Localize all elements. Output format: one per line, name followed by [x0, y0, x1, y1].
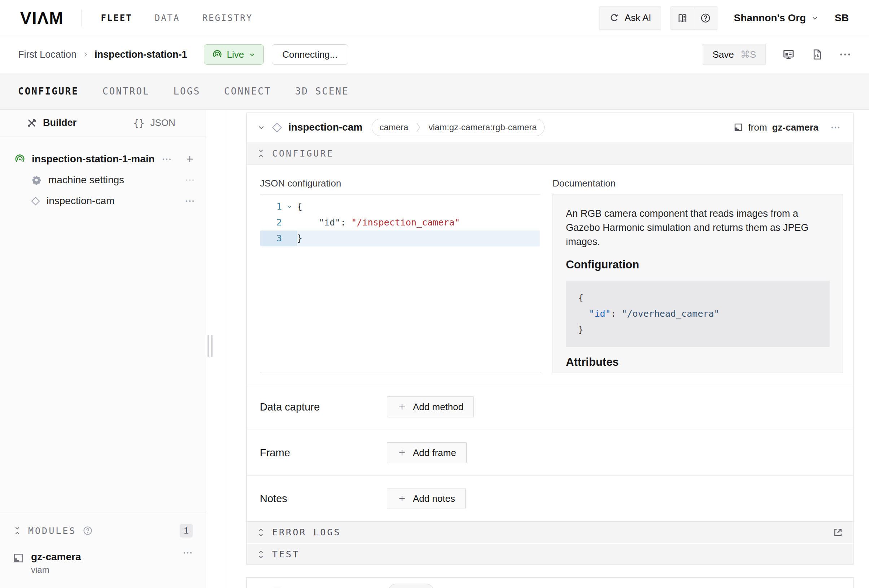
plus-icon: [397, 402, 407, 412]
module-name: gz-camera: [31, 551, 81, 563]
code-text: {: [297, 199, 303, 215]
viam-logo[interactable]: VIΛM: [20, 8, 64, 28]
module-menu-icon[interactable]: [182, 551, 193, 554]
help-circle-icon[interactable]: [694, 7, 717, 29]
registry-label: Registry: [463, 587, 497, 588]
add-component-icon[interactable]: [185, 154, 195, 164]
help-circle-icon[interactable]: [83, 526, 93, 536]
modules-title: MODULES: [28, 526, 76, 536]
breadcrumb-location[interactable]: First Location: [18, 49, 77, 60]
tab-configure[interactable]: CONFIGURE: [18, 86, 79, 97]
nav-item-fleet[interactable]: FLEET: [101, 13, 132, 23]
line-number: 1: [260, 199, 282, 215]
component-tree: inspection-station-1-main: [0, 136, 206, 212]
tab-3d-scene[interactable]: 3D SCENE: [295, 86, 349, 97]
report-doc-icon[interactable]: [811, 49, 823, 60]
part-menu-icon[interactable]: [162, 158, 172, 161]
component-model: viam:gz-camera:rgb-camera: [421, 119, 544, 136]
tab-logs[interactable]: LOGS: [173, 86, 200, 97]
plus-icon: [397, 494, 407, 503]
doc-configuration-heading: Configuration: [566, 258, 830, 271]
component-card-header: inspection-cam camera viam:gz-camera:rgb…: [247, 113, 853, 142]
configure-bar-label: CONFIGURE: [272, 148, 334, 159]
open-logs-icon[interactable]: [833, 527, 843, 538]
machine-bar-actions: Save ⌘S: [703, 44, 851, 65]
item-menu-icon[interactable]: [185, 179, 195, 182]
primary-nav: FLEET DATA REGISTRY: [101, 13, 253, 23]
save-label: Save: [712, 49, 734, 60]
nav-divider: [82, 10, 82, 26]
chevron-down-icon[interactable]: [257, 123, 265, 132]
module-card-header: gz-camera by viam module Registry: [247, 578, 853, 588]
data-capture-section: Data capture Add method: [247, 384, 853, 430]
module-org: viam: [31, 565, 81, 575]
fold-chevron-icon[interactable]: [282, 199, 297, 215]
module-icon: [13, 552, 24, 563]
add-frame-button[interactable]: Add frame: [387, 442, 467, 463]
component-diamond-icon: [272, 123, 282, 132]
component-type: camera: [372, 119, 415, 136]
editor-line-active: 3 }: [260, 231, 540, 246]
save-button[interactable]: Save ⌘S: [703, 44, 766, 65]
modules-count-badge: 1: [180, 524, 193, 538]
docs-book-icon[interactable]: [671, 7, 694, 29]
component-card-inspection-cam: inspection-cam camera viam:gz-camera:rgb…: [246, 113, 853, 565]
tree-part-row[interactable]: inspection-station-1-main: [15, 149, 195, 170]
json-mode-button[interactable]: {} JSON: [103, 110, 206, 136]
item-menu-icon[interactable]: [185, 200, 195, 203]
collapse-icon: [257, 149, 265, 158]
breadcrumb: First Location inspection-station-1: [18, 49, 187, 60]
part-name: inspection-station-1-main: [32, 153, 155, 165]
test-bar[interactable]: TEST: [247, 543, 853, 564]
ask-ai-button[interactable]: Ask AI: [599, 6, 661, 30]
component-type-pill: camera viam:gz-camera:rgb-camera: [372, 118, 544, 136]
modules-header[interactable]: MODULES 1: [13, 524, 193, 538]
notes-label: Notes: [260, 493, 387, 505]
org-switcher[interactable]: Shannon's Org: [734, 12, 819, 24]
chevron-down-icon: [249, 51, 255, 58]
main-panel: inspection-cam camera viam:gz-camera:rgb…: [228, 110, 869, 588]
add-notes-label: Add notes: [413, 493, 455, 504]
card-menu-icon[interactable]: [830, 126, 841, 129]
from-label: from: [748, 122, 767, 133]
error-logs-bar[interactable]: ERROR LOGS: [247, 521, 853, 543]
viam-app: VIΛM FLEET DATA REGISTRY Ask AI: [0, 0, 869, 588]
machine-settings-label: machine settings: [48, 174, 124, 186]
json-config-editor[interactable]: 1 { 2 "id": "/inspection_camera": [260, 194, 540, 373]
tab-control[interactable]: CONTROL: [102, 86, 150, 97]
machine-page-icon[interactable]: [782, 48, 795, 61]
from-module: from gz-camera: [734, 122, 819, 133]
notes-section: Notes Add notes: [247, 475, 853, 521]
collapse-icon: [13, 526, 22, 535]
sidebar-resize-handle[interactable]: [208, 335, 212, 357]
module-list-item[interactable]: gz-camera viam: [13, 551, 193, 575]
inspection-cam-label: inspection-cam: [46, 195, 114, 207]
builder-mode-button[interactable]: Builder: [0, 110, 103, 136]
tree-item-inspection-cam[interactable]: inspection-cam: [15, 191, 195, 212]
test-label: TEST: [272, 549, 300, 560]
sparkle-refresh-icon: [609, 13, 620, 24]
machine-tabs: CONFIGURE CONTROL LOGS CONNECT 3D SCENE: [0, 73, 869, 110]
sidebar-gutter: [206, 110, 228, 588]
configure-section-bar[interactable]: CONFIGURE: [247, 142, 853, 165]
add-method-button[interactable]: Add method: [387, 397, 474, 418]
nav-item-registry[interactable]: REGISTRY: [202, 13, 253, 23]
json-config-label: JSON configuration: [260, 178, 540, 189]
content: Builder {} JSON inspection-station-1-mai…: [0, 110, 869, 588]
doc-attributes-heading: Attributes: [566, 356, 830, 369]
top-nav-right: Ask AI: [599, 6, 849, 30]
documentation-label: Documentation: [553, 178, 843, 189]
user-avatar[interactable]: SB: [835, 12, 849, 24]
connecting-status[interactable]: Connecting...: [272, 44, 348, 65]
builder-json-toggle: Builder {} JSON: [0, 110, 206, 136]
nav-item-data[interactable]: DATA: [155, 13, 180, 23]
tab-connect[interactable]: CONNECT: [224, 86, 271, 97]
tree-item-machine-settings[interactable]: machine settings: [15, 170, 195, 191]
add-notes-button[interactable]: Add notes: [387, 488, 466, 509]
more-actions-icon[interactable]: [839, 53, 851, 56]
broadcast-icon: [212, 49, 222, 59]
live-status-badge[interactable]: Live: [204, 44, 264, 65]
registry-link[interactable]: Registry: [449, 587, 497, 588]
module-card-title: gz-camera by viam: [289, 586, 379, 588]
editor-line: 1 {: [260, 199, 540, 215]
